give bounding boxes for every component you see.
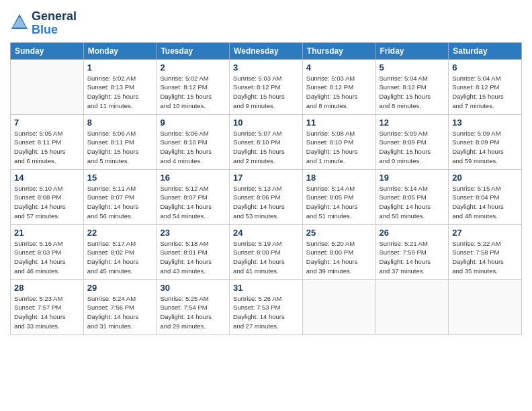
day-info: Sunrise: 5:21 AM Sunset: 7:59 PM Dayligh…: [380, 239, 445, 276]
day-info: Sunrise: 5:18 AM Sunset: 8:01 PM Dayligh…: [160, 239, 226, 276]
day-number: 7: [14, 118, 80, 128]
day-number: 16: [160, 173, 226, 183]
day-info: Sunrise: 5:08 AM Sunset: 8:10 PM Dayligh…: [306, 129, 372, 166]
week-row-1: 1Sunrise: 5:02 AM Sunset: 8:13 PM Daylig…: [11, 59, 522, 114]
day-info: Sunrise: 5:06 AM Sunset: 8:11 PM Dayligh…: [87, 129, 153, 166]
day-number: 19: [380, 173, 445, 183]
day-info: Sunrise: 5:26 AM Sunset: 7:53 PM Dayligh…: [233, 294, 299, 331]
calendar-cell: 25Sunrise: 5:20 AM Sunset: 8:00 PM Dayli…: [302, 224, 375, 279]
calendar-cell: 6Sunrise: 5:04 AM Sunset: 8:12 PM Daylig…: [449, 59, 522, 114]
day-number: 12: [380, 118, 445, 128]
calendar-cell: 16Sunrise: 5:12 AM Sunset: 8:07 PM Dayli…: [157, 169, 230, 224]
day-number: 21: [14, 228, 80, 238]
calendar-cell: 26Sunrise: 5:21 AM Sunset: 7:59 PM Dayli…: [375, 224, 449, 279]
day-number: 27: [452, 228, 518, 238]
day-info: Sunrise: 5:07 AM Sunset: 8:10 PM Dayligh…: [233, 129, 299, 166]
day-number: 9: [160, 118, 226, 128]
day-info: Sunrise: 5:03 AM Sunset: 8:12 PM Dayligh…: [306, 74, 372, 111]
calendar-cell: 8Sunrise: 5:06 AM Sunset: 8:11 PM Daylig…: [83, 114, 157, 169]
logo: General Blue: [10, 10, 77, 37]
day-info: Sunrise: 5:16 AM Sunset: 8:03 PM Dayligh…: [14, 239, 80, 276]
day-number: 25: [306, 228, 372, 238]
page-container: General Blue SundayMondayTuesdayWednesda…: [0, 0, 532, 342]
weekday-header-row: SundayMondayTuesdayWednesdayThursdayFrid…: [11, 42, 522, 59]
calendar-cell: 20Sunrise: 5:15 AM Sunset: 8:04 PM Dayli…: [449, 169, 522, 224]
day-number: 6: [452, 62, 518, 73]
weekday-header-thursday: Thursday: [302, 42, 375, 59]
day-info: Sunrise: 5:12 AM Sunset: 8:07 PM Dayligh…: [160, 184, 226, 221]
calendar-cell: 14Sunrise: 5:10 AM Sunset: 8:08 PM Dayli…: [11, 169, 84, 224]
calendar-cell: [302, 279, 375, 334]
day-info: Sunrise: 5:04 AM Sunset: 8:12 PM Dayligh…: [452, 74, 518, 111]
header: General Blue: [10, 10, 522, 37]
day-number: 3: [233, 62, 299, 73]
calendar-cell: 24Sunrise: 5:19 AM Sunset: 8:00 PM Dayli…: [230, 224, 303, 279]
day-number: 11: [306, 118, 372, 128]
day-info: Sunrise: 5:03 AM Sunset: 8:12 PM Dayligh…: [233, 74, 299, 111]
day-number: 1: [87, 62, 153, 73]
calendar-cell: [375, 279, 449, 334]
calendar-table: SundayMondayTuesdayWednesdayThursdayFrid…: [10, 42, 522, 335]
day-info: Sunrise: 5:23 AM Sunset: 7:57 PM Dayligh…: [14, 294, 80, 331]
day-info: Sunrise: 5:02 AM Sunset: 8:13 PM Dayligh…: [87, 74, 153, 111]
calendar-cell: 3Sunrise: 5:03 AM Sunset: 8:12 PM Daylig…: [230, 59, 303, 114]
day-number: 28: [14, 283, 80, 293]
week-row-3: 14Sunrise: 5:10 AM Sunset: 8:08 PM Dayli…: [11, 169, 522, 224]
day-info: Sunrise: 5:10 AM Sunset: 8:08 PM Dayligh…: [14, 184, 80, 221]
svg-marker-1: [13, 17, 26, 28]
calendar-cell: 30Sunrise: 5:25 AM Sunset: 7:54 PM Dayli…: [157, 279, 230, 334]
weekday-header-tuesday: Tuesday: [157, 42, 230, 59]
day-number: 10: [233, 118, 299, 128]
day-number: 17: [233, 173, 299, 183]
calendar-cell: 22Sunrise: 5:17 AM Sunset: 8:02 PM Dayli…: [83, 224, 157, 279]
day-info: Sunrise: 5:25 AM Sunset: 7:54 PM Dayligh…: [160, 294, 226, 331]
calendar-cell: 1Sunrise: 5:02 AM Sunset: 8:13 PM Daylig…: [83, 59, 157, 114]
calendar-cell: 7Sunrise: 5:05 AM Sunset: 8:11 PM Daylig…: [11, 114, 84, 169]
day-number: 2: [160, 62, 226, 73]
day-info: Sunrise: 5:22 AM Sunset: 7:58 PM Dayligh…: [452, 239, 518, 276]
calendar-cell: [449, 279, 522, 334]
calendar-cell: 12Sunrise: 5:09 AM Sunset: 8:09 PM Dayli…: [375, 114, 449, 169]
day-number: 18: [306, 173, 372, 183]
weekday-header-saturday: Saturday: [449, 42, 522, 59]
day-number: 20: [452, 173, 518, 183]
calendar-cell: 18Sunrise: 5:14 AM Sunset: 8:05 PM Dayli…: [302, 169, 375, 224]
calendar-cell: 29Sunrise: 5:24 AM Sunset: 7:56 PM Dayli…: [83, 279, 157, 334]
day-info: Sunrise: 5:04 AM Sunset: 8:12 PM Dayligh…: [380, 74, 445, 111]
day-number: 30: [160, 283, 226, 293]
day-number: 23: [160, 228, 226, 238]
day-info: Sunrise: 5:20 AM Sunset: 8:00 PM Dayligh…: [306, 239, 372, 276]
day-number: 31: [233, 283, 299, 293]
calendar-cell: 15Sunrise: 5:11 AM Sunset: 8:07 PM Dayli…: [83, 169, 157, 224]
day-info: Sunrise: 5:14 AM Sunset: 8:05 PM Dayligh…: [306, 184, 372, 221]
week-row-2: 7Sunrise: 5:05 AM Sunset: 8:11 PM Daylig…: [11, 114, 522, 169]
day-info: Sunrise: 5:19 AM Sunset: 8:00 PM Dayligh…: [233, 239, 299, 276]
weekday-header-wednesday: Wednesday: [230, 42, 303, 59]
calendar-cell: 10Sunrise: 5:07 AM Sunset: 8:10 PM Dayli…: [230, 114, 303, 169]
day-number: 5: [380, 62, 445, 73]
day-info: Sunrise: 5:11 AM Sunset: 8:07 PM Dayligh…: [87, 184, 153, 221]
day-number: 22: [87, 228, 153, 238]
calendar-cell: 9Sunrise: 5:06 AM Sunset: 8:10 PM Daylig…: [157, 114, 230, 169]
day-number: 4: [306, 62, 372, 73]
calendar-cell: [11, 59, 84, 114]
day-info: Sunrise: 5:17 AM Sunset: 8:02 PM Dayligh…: [87, 239, 153, 276]
calendar-cell: 13Sunrise: 5:09 AM Sunset: 8:09 PM Dayli…: [449, 114, 522, 169]
day-number: 8: [87, 118, 153, 128]
calendar-cell: 31Sunrise: 5:26 AM Sunset: 7:53 PM Dayli…: [230, 279, 303, 334]
day-info: Sunrise: 5:13 AM Sunset: 8:06 PM Dayligh…: [233, 184, 299, 221]
weekday-header-monday: Monday: [83, 42, 157, 59]
week-row-4: 21Sunrise: 5:16 AM Sunset: 8:03 PM Dayli…: [11, 224, 522, 279]
calendar-cell: 23Sunrise: 5:18 AM Sunset: 8:01 PM Dayli…: [157, 224, 230, 279]
day-number: 26: [380, 228, 445, 238]
calendar-cell: 21Sunrise: 5:16 AM Sunset: 8:03 PM Dayli…: [11, 224, 84, 279]
day-number: 29: [87, 283, 153, 293]
logo-text-line2: Blue: [32, 24, 77, 37]
day-number: 13: [452, 118, 518, 128]
day-info: Sunrise: 5:09 AM Sunset: 8:09 PM Dayligh…: [380, 129, 445, 166]
week-row-5: 28Sunrise: 5:23 AM Sunset: 7:57 PM Dayli…: [11, 279, 522, 334]
calendar-cell: 2Sunrise: 5:02 AM Sunset: 8:12 PM Daylig…: [157, 59, 230, 114]
day-number: 15: [87, 173, 153, 183]
day-number: 14: [14, 173, 80, 183]
weekday-header-sunday: Sunday: [11, 42, 84, 59]
